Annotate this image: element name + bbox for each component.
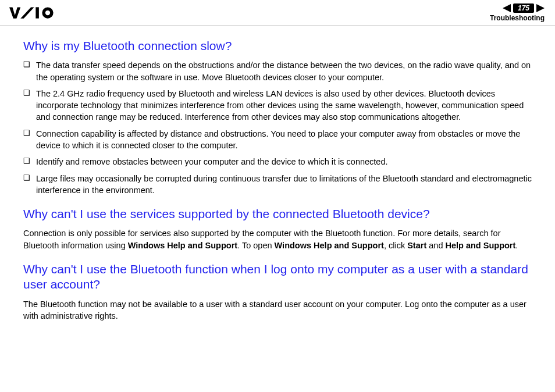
bullet-mark-icon: ❑ [23, 128, 36, 139]
question-heading-3: Why can't I use the Bluetooth function w… [23, 262, 532, 293]
bullet-item: ❑Identify and remove obstacles between y… [23, 156, 532, 168]
bullet-text: Large files may occasionally be corrupte… [36, 173, 532, 197]
text-run: and [426, 241, 445, 250]
paragraph-2: Connection is only possible for services… [23, 227, 532, 251]
bold-term: Start [407, 241, 426, 250]
text-run: , click [384, 241, 407, 250]
prev-page-icon[interactable] [503, 4, 511, 12]
text-run: . [515, 241, 518, 250]
bullet-mark-icon: ❑ [23, 156, 36, 167]
bullet-item: ❑Connection capability is affected by di… [23, 128, 532, 152]
bullet-item: ❑The data transfer speed depends on the … [23, 59, 532, 83]
page-content: Why is my Bluetooth connection slow? ❑Th… [0, 26, 555, 322]
svg-rect-0 [35, 7, 39, 18]
bullet-mark-icon: ❑ [23, 173, 36, 184]
bullet-item: ❑Large files may occasionally be corrupt… [23, 173, 532, 197]
page-number-badge: 175 [513, 3, 534, 13]
header-right: 175 Troubleshooting [490, 3, 545, 22]
page-header: 175 Troubleshooting [0, 0, 555, 26]
bullet-text: The 2.4 GHz radio frequency used by Blue… [36, 88, 532, 123]
paragraph-3: The Bluetooth function may not be availa… [23, 298, 532, 322]
bullet-mark-icon: ❑ [23, 59, 36, 70]
vaio-logo [9, 6, 73, 19]
bullet-text: Identify and remove obstacles between yo… [36, 156, 532, 168]
page-nav: 175 [503, 3, 545, 13]
bullet-text: The data transfer speed depends on the o… [36, 59, 532, 83]
bold-term: Windows Help and Support [128, 241, 237, 250]
text-run: . To open [237, 241, 274, 250]
bullet-item: ❑The 2.4 GHz radio frequency used by Blu… [23, 88, 532, 123]
bold-term: Windows Help and Support [275, 241, 384, 250]
bullet-mark-icon: ❑ [23, 88, 36, 99]
bold-term: Help and Support [445, 241, 515, 250]
bullet-list-1: ❑The data transfer speed depends on the … [23, 59, 532, 196]
question-heading-1: Why is my Bluetooth connection slow? [23, 38, 532, 54]
section-label: Troubleshooting [490, 14, 545, 22]
next-page-icon[interactable] [536, 4, 545, 12]
bullet-text: Connection capability is affected by dis… [36, 128, 532, 152]
question-heading-2: Why can't I use the services supported b… [23, 206, 532, 222]
